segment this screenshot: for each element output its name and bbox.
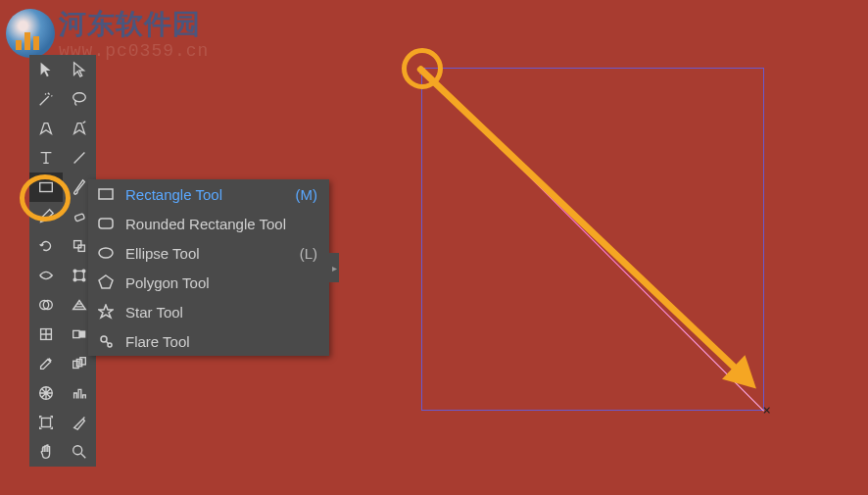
direct-selection-tool[interactable] <box>63 55 96 84</box>
eyedropper-tool[interactable] <box>29 349 63 378</box>
flare-icon <box>96 333 116 349</box>
shape-builder-tool[interactable] <box>29 290 63 320</box>
line-segment-tool[interactable] <box>63 143 96 173</box>
svg-rect-16 <box>76 360 81 367</box>
flyout-item-shortcut: (M) <box>296 186 318 203</box>
svg-point-7 <box>82 270 85 272</box>
svg-point-8 <box>73 278 76 281</box>
svg-rect-17 <box>80 358 85 365</box>
zoom-tool[interactable] <box>63 437 96 467</box>
shape-tool-flyout: Rectangle Tool (M) Rounded Rectangle Too… <box>88 179 329 356</box>
curvature-tool[interactable] <box>63 114 96 143</box>
flyout-rounded-rectangle-tool[interactable]: Rounded Rectangle Tool <box>88 209 329 238</box>
flyout-item-label: Rounded Rectangle Tool <box>125 216 317 232</box>
svg-point-23 <box>99 248 113 258</box>
pencil-tool[interactable] <box>29 202 63 231</box>
svg-rect-14 <box>73 330 79 337</box>
tools-panel <box>29 55 96 467</box>
svg-rect-19 <box>42 419 51 427</box>
flyout-rectangle-tool[interactable]: Rectangle Tool (M) <box>88 179 329 209</box>
watermark-logo: 河东软件园 www.pc0359.cn <box>6 6 209 61</box>
svg-rect-2 <box>74 214 84 222</box>
flyout-flare-tool[interactable]: Flare Tool <box>88 326 329 356</box>
pen-tool[interactable] <box>29 114 63 143</box>
flyout-ellipse-tool[interactable]: Ellipse Tool (L) <box>88 238 329 268</box>
polygon-icon <box>96 274 116 290</box>
rotate-tool[interactable] <box>29 231 63 261</box>
flyout-star-tool[interactable]: Star Tool <box>88 297 329 326</box>
watermark-logo-icon <box>6 9 55 58</box>
svg-point-20 <box>73 446 82 455</box>
flyout-item-label: Flare Tool <box>125 333 317 350</box>
svg-rect-21 <box>99 189 113 199</box>
flyout-item-label: Polygon Tool <box>125 274 317 291</box>
magic-wand-tool[interactable] <box>29 84 63 114</box>
svg-rect-1 <box>40 183 53 192</box>
svg-point-6 <box>73 270 76 272</box>
chevron-right-icon: ▸ <box>332 263 337 273</box>
rectangle-icon <box>96 186 116 202</box>
width-tool[interactable] <box>29 261 63 290</box>
watermark-text: 河东软件园 www.pc0359.cn <box>59 6 209 61</box>
rectangle-tool[interactable] <box>29 173 63 202</box>
hand-tool[interactable] <box>29 437 63 467</box>
flyout-item-label: Rectangle Tool <box>125 186 296 203</box>
artboard-tool[interactable] <box>29 408 63 437</box>
flyout-item-shortcut: (L) <box>300 245 317 262</box>
type-tool[interactable] <box>29 143 63 173</box>
column-graph-tool[interactable] <box>63 378 96 408</box>
flyout-polygon-tool[interactable]: Polygon Tool <box>88 268 329 297</box>
symbol-sprayer-tool[interactable] <box>29 378 63 408</box>
svg-marker-24 <box>99 275 113 288</box>
mesh-tool[interactable] <box>29 320 63 349</box>
slice-tool[interactable] <box>63 408 96 437</box>
flyout-item-label: Star Tool <box>125 304 317 321</box>
star-icon <box>96 304 116 320</box>
flyout-item-label: Ellipse Tool <box>125 245 300 262</box>
watermark-title: 河东软件园 <box>59 6 209 43</box>
flyout-tearoff-handle[interactable]: ▸ <box>329 253 339 282</box>
ellipse-icon <box>96 245 116 261</box>
svg-marker-25 <box>99 305 113 318</box>
svg-rect-15 <box>73 361 78 368</box>
selection-tool[interactable] <box>29 55 63 84</box>
svg-rect-3 <box>74 241 81 248</box>
rounded-rectangle-icon <box>96 216 116 231</box>
svg-point-0 <box>73 93 86 102</box>
svg-point-9 <box>82 278 85 281</box>
lasso-tool[interactable] <box>63 84 96 114</box>
svg-rect-22 <box>99 219 113 228</box>
